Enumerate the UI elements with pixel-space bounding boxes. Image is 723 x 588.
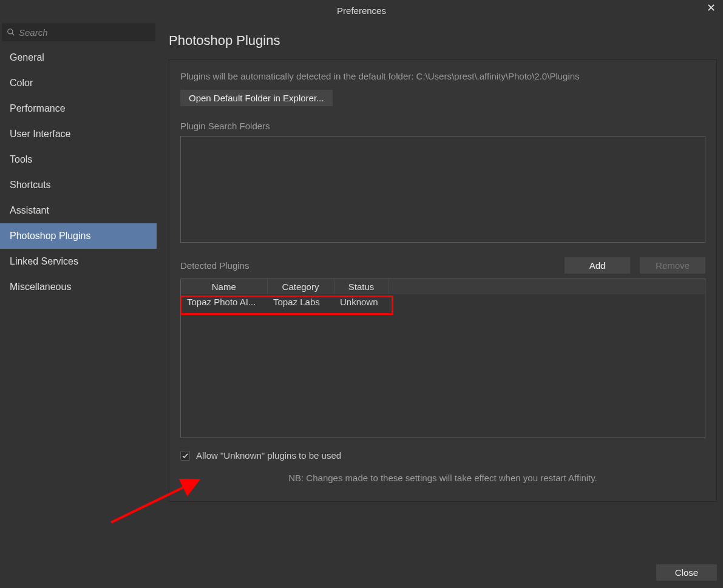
sidebar-item-linked-services[interactable]: Linked Services bbox=[0, 249, 157, 274]
svg-point-0 bbox=[8, 29, 13, 34]
detected-plugins-table: Name Category Status Topaz Photo AI... T… bbox=[181, 279, 705, 309]
col-spacer bbox=[389, 279, 705, 294]
cell-category: Topaz Labs bbox=[267, 294, 334, 309]
sidebar-item-color[interactable]: Color bbox=[0, 70, 157, 96]
sidebar-item-performance[interactable]: Performance bbox=[0, 96, 157, 121]
open-default-folder-button[interactable]: Open Default Folder in Explorer... bbox=[180, 90, 333, 106]
sidebar-item-tools[interactable]: Tools bbox=[0, 147, 157, 172]
close-icon[interactable]: ✕ bbox=[707, 2, 716, 13]
add-button[interactable]: Add bbox=[565, 257, 630, 274]
allow-unknown-label: Allow "Unknown" plugins to be used bbox=[196, 450, 341, 461]
detected-plugins-label: Detected Plugins bbox=[180, 260, 249, 271]
search-icon bbox=[7, 28, 15, 36]
detected-plugins-table-wrap: Name Category Status Topaz Photo AI... T… bbox=[180, 279, 705, 438]
svg-line-1 bbox=[12, 33, 15, 36]
sidebar: General Color Performance User Interface… bbox=[0, 21, 157, 588]
col-category[interactable]: Category bbox=[267, 279, 334, 294]
sidebar-item-miscellaneous[interactable]: Miscellaneous bbox=[0, 274, 157, 300]
sidebar-item-photoshop-plugins[interactable]: Photoshop Plugins bbox=[0, 223, 157, 249]
settings-panel: Plugins will be automatically detected i… bbox=[169, 59, 717, 502]
table-header-row: Name Category Status bbox=[181, 279, 705, 294]
sidebar-item-user-interface[interactable]: User Interface bbox=[0, 121, 157, 147]
dialog-footer: Close bbox=[169, 553, 717, 581]
search-input[interactable] bbox=[19, 27, 151, 38]
sidebar-item-assistant[interactable]: Assistant bbox=[0, 198, 157, 223]
restart-note: NB: Changes made to these settings will … bbox=[180, 473, 705, 483]
remove-button[interactable]: Remove bbox=[640, 257, 705, 274]
table-row[interactable]: Topaz Photo AI... Topaz Labs Unknown bbox=[181, 294, 705, 309]
main-content: Photoshop Plugins Plugins will be automa… bbox=[157, 21, 723, 588]
window-title: Preferences bbox=[337, 5, 386, 16]
sidebar-item-general[interactable]: General bbox=[0, 45, 157, 70]
check-icon bbox=[182, 452, 189, 459]
cell-name: Topaz Photo AI... bbox=[181, 294, 267, 309]
page-title: Photoshop Plugins bbox=[169, 33, 717, 49]
plugin-search-folders-label: Plugin Search Folders bbox=[180, 121, 705, 131]
search-input-wrap[interactable] bbox=[2, 23, 155, 41]
cell-status: Unknown bbox=[334, 294, 389, 309]
allow-unknown-row: Allow "Unknown" plugins to be used bbox=[180, 450, 705, 461]
titlebar: Preferences ✕ bbox=[0, 0, 723, 21]
plugin-search-folders-list[interactable] bbox=[180, 136, 705, 243]
col-status[interactable]: Status bbox=[334, 279, 389, 294]
sidebar-item-shortcuts[interactable]: Shortcuts bbox=[0, 172, 157, 198]
allow-unknown-checkbox[interactable] bbox=[180, 451, 190, 461]
default-folder-info: Plugins will be automatically detected i… bbox=[180, 71, 705, 81]
close-button[interactable]: Close bbox=[656, 564, 717, 581]
col-name[interactable]: Name bbox=[181, 279, 267, 294]
